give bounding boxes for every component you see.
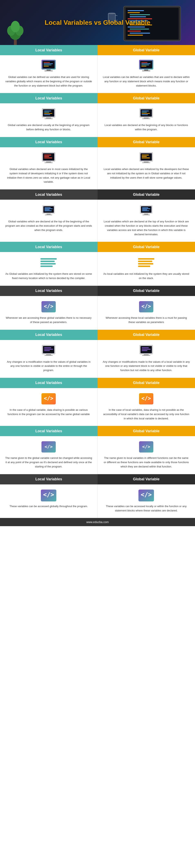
svg-rect-77 bbox=[44, 208, 51, 208]
section-2-right-header: Global Variable bbox=[98, 93, 195, 103]
svg-rect-72 bbox=[144, 161, 149, 162]
hero-section: Local Variables vs Global Variable bbox=[0, 0, 195, 45]
section-3-left-header: Local Variables bbox=[0, 137, 98, 147]
section-7-header: Local Variables Global Variable bbox=[0, 330, 195, 340]
section-4-header: Local Variables Global Variable bbox=[0, 189, 195, 200]
section-7-right-cell: Any changes or modifications made to the… bbox=[98, 340, 195, 378]
monitor-purple-icon-left bbox=[40, 344, 57, 358]
svg-rect-70 bbox=[142, 156, 147, 157]
svg-rect-88 bbox=[142, 210, 147, 210]
svg-rect-36 bbox=[141, 65, 149, 65]
lines-icon-left bbox=[40, 256, 57, 270]
section-4-content: Global variables which are declared at t… bbox=[0, 200, 195, 242]
svg-text:</>: </> bbox=[142, 444, 150, 449]
svg-rect-28 bbox=[44, 66, 49, 66]
svg-rect-34 bbox=[141, 62, 147, 63]
monitor-small-icon-left bbox=[40, 204, 57, 217]
svg-rect-71 bbox=[142, 157, 150, 158]
section-9-left-text: The name given to the global variable ca… bbox=[5, 456, 92, 469]
section-2-content: Global variables are declared usually at… bbox=[0, 103, 195, 137]
section-10: Local Variables Global Variable </> Thes… bbox=[0, 474, 195, 518]
svg-rect-110 bbox=[46, 354, 51, 355]
svg-rect-115 bbox=[142, 347, 149, 348]
section-9-left-cell: </> The name given to the global variabl… bbox=[0, 436, 98, 474]
svg-rect-82 bbox=[45, 215, 52, 215]
svg-rect-118 bbox=[144, 354, 149, 355]
svg-text:</>: </> bbox=[44, 444, 53, 449]
section-9-right-cell: </> The name given to local variables in… bbox=[98, 436, 195, 474]
svg-rect-18 bbox=[130, 33, 150, 34]
section-2-left-cell: Global variables are declared usually at… bbox=[0, 103, 98, 137]
section-5: Local Variables Global Variable As Globa… bbox=[0, 242, 195, 286]
svg-rect-79 bbox=[44, 210, 50, 210]
computer-icon-left-1 bbox=[40, 59, 57, 73]
section-3-header: Local Variables Global Variable bbox=[0, 137, 195, 147]
svg-rect-15 bbox=[128, 27, 145, 27]
section-5-left-cell: As Global variables are initialized by t… bbox=[0, 252, 98, 286]
svg-text:</>: </> bbox=[44, 395, 53, 401]
section-10-header: Local Variables Global Variable bbox=[0, 474, 195, 485]
svg-rect-96 bbox=[138, 258, 154, 259]
section-2-right-cell: Local variables are declared at the begi… bbox=[98, 103, 195, 137]
svg-rect-46 bbox=[44, 114, 50, 115]
svg-rect-93 bbox=[40, 260, 55, 262]
svg-rect-98 bbox=[138, 263, 153, 265]
section-4-left-text: Global variables which are declared at t… bbox=[5, 219, 92, 232]
svg-rect-73 bbox=[142, 162, 150, 163]
section-7-content: Any changes or a modification made to th… bbox=[0, 340, 195, 378]
svg-rect-78 bbox=[44, 209, 53, 209]
section-6-right-header: Global Variable bbox=[98, 286, 195, 296]
section-1-left-header: Local Variables bbox=[0, 45, 98, 55]
section-8-left-cell: </> In the case of a global variable, da… bbox=[0, 388, 98, 426]
section-3: Local Variables Global Variable Global v… bbox=[0, 137, 195, 189]
section-1-content: Global variables can be defined as varia… bbox=[0, 55, 195, 93]
section-7-left-text: Any changes or a modification made to th… bbox=[5, 360, 92, 373]
svg-rect-116 bbox=[142, 349, 151, 350]
svg-rect-109 bbox=[44, 350, 50, 351]
svg-rect-48 bbox=[44, 119, 53, 119]
svg-rect-47 bbox=[46, 117, 51, 119]
section-4-left-header: Local Variables bbox=[0, 189, 98, 200]
footer: www.educba.com bbox=[0, 518, 195, 526]
monitor-icon-left-2 bbox=[40, 107, 57, 121]
svg-rect-119 bbox=[142, 355, 150, 356]
section-7: Local Variables Global Variable Any chan… bbox=[0, 330, 195, 378]
hero-plant bbox=[6, 14, 25, 45]
section-2-right-text: Local variables are declared at the begi… bbox=[103, 123, 190, 132]
svg-text:</>: </> bbox=[141, 491, 152, 498]
section-10-left-text: These variables can be accessed globally… bbox=[9, 504, 88, 508]
section-9-left-header: Local Variables bbox=[0, 426, 98, 436]
section-7-right-text: Any changes or modifications made to the… bbox=[103, 360, 190, 373]
svg-rect-53 bbox=[142, 112, 147, 113]
code-orange-icon-left: </> bbox=[40, 392, 57, 405]
page-title: Local Variables vs Global Variable bbox=[41, 19, 155, 26]
svg-rect-87 bbox=[142, 209, 150, 209]
svg-text:</>: </> bbox=[44, 303, 53, 309]
section-8-right-text: In the case of local variables, data sha… bbox=[103, 408, 190, 421]
monitor-icon-right-2 bbox=[138, 107, 154, 121]
code-teal2-icon-right: </> bbox=[138, 440, 154, 454]
section-2-left-text: Global variables are declared usually at… bbox=[5, 123, 92, 132]
svg-rect-7 bbox=[128, 10, 144, 11]
section-4-right-header: Global Variable bbox=[98, 189, 195, 200]
computer-icon-right-1 bbox=[138, 59, 154, 73]
svg-rect-90 bbox=[144, 214, 148, 215]
section-4-right-cell: Local variables which are declared at th… bbox=[98, 200, 195, 242]
section-7-left-header: Local Variables bbox=[0, 330, 98, 340]
section-8-content: </> In the case of a global variable, da… bbox=[0, 388, 195, 426]
section-9-content: </> The name given to the global variabl… bbox=[0, 436, 195, 474]
section-5-right-header: Global Variable bbox=[98, 242, 195, 252]
svg-rect-61 bbox=[44, 155, 51, 155]
svg-rect-81 bbox=[46, 214, 51, 215]
svg-rect-26 bbox=[44, 63, 53, 64]
section-6-header: Local Variables Global Variable bbox=[0, 286, 195, 296]
svg-rect-43 bbox=[44, 111, 51, 111]
section-8: Local Variables Global Variable </> In t… bbox=[0, 378, 195, 426]
monitor-red-icon-left bbox=[40, 151, 57, 165]
svg-rect-94 bbox=[40, 263, 56, 265]
section-9-right-text: The name given to local variables in dif… bbox=[103, 456, 190, 469]
section-8-left-header: Local Variables bbox=[0, 378, 98, 388]
svg-rect-55 bbox=[142, 114, 148, 115]
section-3-left-text: Global variables when declared are in mo… bbox=[5, 167, 92, 184]
section-8-right-cell: </> In the case of local variables, data… bbox=[98, 388, 195, 426]
